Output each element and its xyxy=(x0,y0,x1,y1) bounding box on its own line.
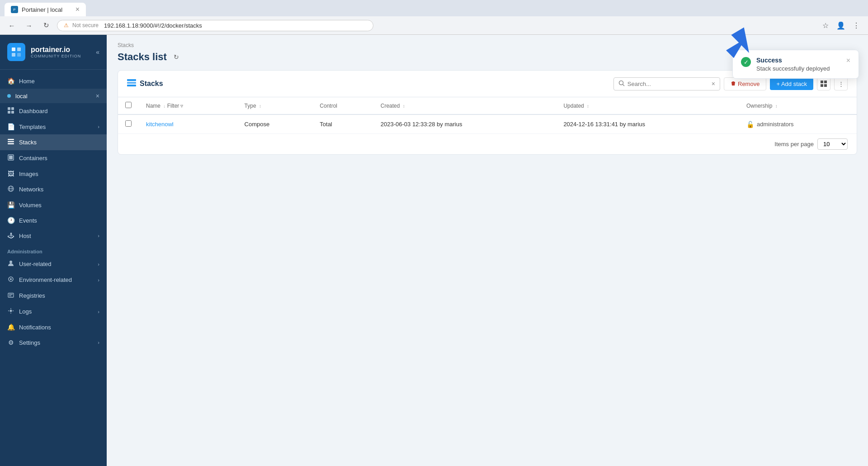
images-icon: 🖼 xyxy=(7,170,14,177)
page-title-text: Stacks list xyxy=(118,51,167,63)
search-box[interactable]: × xyxy=(613,77,720,90)
stacks-icon xyxy=(7,138,14,146)
svg-rect-19 xyxy=(8,293,14,297)
dashboard-icon xyxy=(7,107,14,115)
sidebar-item-label: Logs xyxy=(19,308,93,315)
sidebar-item-networks[interactable]: Networks xyxy=(0,181,107,197)
row-checkbox[interactable] xyxy=(125,120,132,127)
sidebar-item-settings[interactable]: ⚙ Settings › xyxy=(0,335,107,350)
type-column-label: Type xyxy=(245,103,256,109)
remove-icon xyxy=(731,81,736,87)
svg-line-27 xyxy=(623,84,624,86)
host-chevron-icon: › xyxy=(98,233,99,238)
toast-success-icon: ✓ xyxy=(741,57,751,67)
nav-icons: ☆ 👤 ⋮ xyxy=(819,19,863,32)
env-close-button[interactable]: × xyxy=(96,92,99,100)
insecure-label: Not secure xyxy=(72,22,99,29)
sidebar-item-notifications[interactable]: 🔔 Notifications xyxy=(0,319,107,335)
svg-rect-23 xyxy=(127,79,136,81)
sidebar-item-label: Registries xyxy=(19,292,99,299)
browser-tab[interactable]: P Portainer | local × xyxy=(5,3,86,16)
svg-point-26 xyxy=(619,81,623,85)
menu-button[interactable]: ⋮ xyxy=(850,19,863,32)
control-cell: Total xyxy=(312,114,373,134)
back-button[interactable]: ← xyxy=(5,19,18,32)
logo-text: portainer.io COMMUNITY EDITION xyxy=(31,46,81,58)
sidebar-item-host[interactable]: 🕹 Host › xyxy=(0,228,107,243)
sidebar-item-containers[interactable]: Containers xyxy=(0,150,107,166)
content-panel: Stacks × xyxy=(118,70,857,155)
sidebar-item-environment-related[interactable]: Environment-related › xyxy=(0,272,107,288)
sidebar-item-images[interactable]: 🖼 Images xyxy=(0,166,107,181)
sidebar-logo: portainer.io COMMUNITY EDITION « xyxy=(0,35,107,70)
sidebar-item-label: Networks xyxy=(19,186,99,193)
select-all-header xyxy=(118,97,139,114)
logs-icon xyxy=(7,308,14,315)
breadcrumb: Stacks xyxy=(118,42,857,48)
add-stack-button[interactable]: + Add stack xyxy=(770,78,813,90)
user-related-chevron-icon: › xyxy=(98,262,99,267)
sidebar-item-events[interactable]: 🕐 Events xyxy=(0,213,107,228)
profile-button[interactable]: 👤 xyxy=(835,19,847,32)
created-sort-icon: ↕ xyxy=(403,104,405,109)
svg-rect-2 xyxy=(12,53,15,57)
remove-button[interactable]: Remove xyxy=(724,77,766,90)
toast-container: ✓ Success Stack successfully deployed × xyxy=(732,50,859,79)
tab-title: Portainer | local xyxy=(22,6,62,13)
sidebar-item-registries[interactable]: Registries xyxy=(0,288,107,304)
bookmark-button[interactable]: ☆ xyxy=(819,19,832,32)
sidebar-item-templates[interactable]: 📄 Templates › xyxy=(0,119,107,134)
svg-rect-3 xyxy=(17,53,21,57)
address-bar[interactable]: ⚠ Not secure 192.168.1.18:9000/#!/2/dock… xyxy=(57,20,373,31)
tab-close-button[interactable]: × xyxy=(75,5,80,14)
svg-rect-9 xyxy=(8,141,14,143)
sidebar-item-stacks[interactable]: Stacks xyxy=(0,134,107,150)
logo-edition: COMMUNITY EDITION xyxy=(31,54,81,58)
templates-icon: 📄 xyxy=(7,123,14,130)
svg-rect-21 xyxy=(9,295,11,296)
svg-point-22 xyxy=(10,310,12,312)
sidebar-collapse-button[interactable]: « xyxy=(96,48,99,56)
url-text: 192.168.1.18:9000/#!/2/docker/stacks xyxy=(104,22,202,29)
search-clear-button[interactable]: × xyxy=(712,80,715,87)
type-cell: Compose xyxy=(237,114,313,134)
insecure-icon: ⚠ xyxy=(64,22,69,29)
name-column-label: Name xyxy=(146,103,160,109)
search-input[interactable] xyxy=(627,81,709,87)
panel-actions: × Remove + Add stack xyxy=(613,77,848,90)
host-icon: 🕹 xyxy=(7,232,14,239)
networks-icon xyxy=(7,185,14,193)
svg-rect-25 xyxy=(127,85,136,86)
table-footer: Items per page 10 25 50 xyxy=(118,134,857,154)
stack-name-link[interactable]: kitchenowl xyxy=(146,121,174,128)
forward-button[interactable]: → xyxy=(23,19,35,32)
row-checkbox-cell xyxy=(118,114,139,134)
svg-rect-30 xyxy=(821,84,823,87)
sidebar-item-user-related[interactable]: User-related › xyxy=(0,256,107,272)
sidebar-item-dashboard[interactable]: Dashboard xyxy=(0,103,107,119)
updated-cell: 2024-12-16 13:31:41 by marius xyxy=(556,114,739,134)
svg-rect-28 xyxy=(821,81,823,83)
sidebar-item-home[interactable]: 🏠 Home xyxy=(0,73,107,89)
panel-stacks-icon xyxy=(127,78,136,90)
filter-chevron-icon: ▿ xyxy=(180,103,183,109)
items-per-page-select[interactable]: 10 25 50 xyxy=(817,138,848,150)
toast-close-button[interactable]: × xyxy=(846,57,850,65)
sidebar-env-item[interactable]: local × xyxy=(0,89,107,103)
logo-name: portainer.io xyxy=(31,46,81,54)
sidebar-item-volumes[interactable]: 💾 Volumes xyxy=(0,197,107,213)
svg-rect-31 xyxy=(824,84,827,87)
sidebar-item-label: Settings xyxy=(19,339,93,346)
more-options-button[interactable]: ⋮ xyxy=(834,77,848,90)
main-content: Stacks Stacks list ↻ Stacks xyxy=(107,35,868,466)
sidebar-item-logs[interactable]: Logs › xyxy=(0,304,107,319)
name-filter-button[interactable]: Filter ▿ xyxy=(167,103,184,109)
svg-rect-0 xyxy=(12,48,15,51)
toast-title: Success xyxy=(756,57,841,64)
select-all-checkbox[interactable] xyxy=(125,102,132,108)
svg-rect-29 xyxy=(824,81,827,83)
refresh-button[interactable]: ↻ xyxy=(171,52,181,62)
table-view-button[interactable] xyxy=(817,77,830,90)
reload-button[interactable]: ↻ xyxy=(40,19,52,32)
created-cell: 2023-06-03 12:33:28 by marius xyxy=(373,114,557,134)
